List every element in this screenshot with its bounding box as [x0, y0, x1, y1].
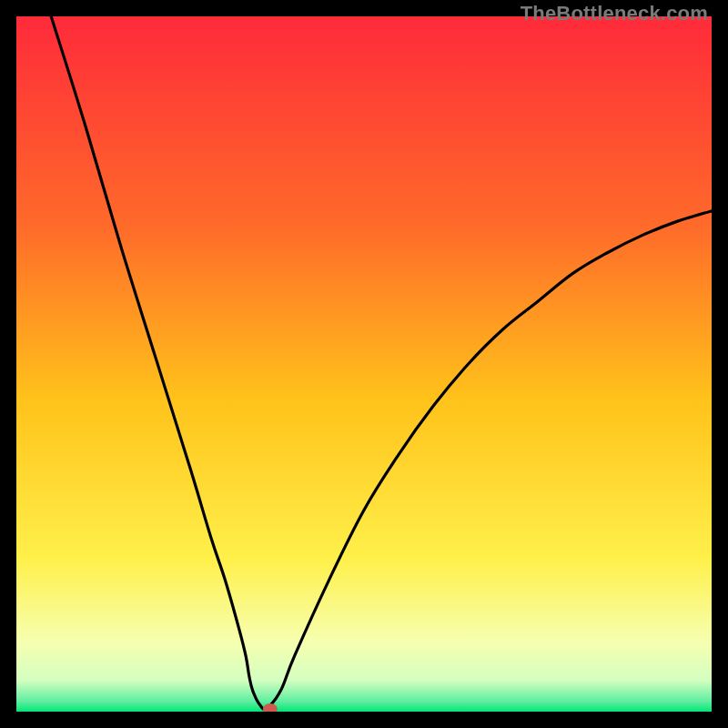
chart-frame	[16, 16, 712, 712]
watermark-text: TheBottleneck.com	[521, 2, 708, 25]
chart-canvas	[16, 16, 712, 712]
gradient-background	[16, 16, 712, 712]
